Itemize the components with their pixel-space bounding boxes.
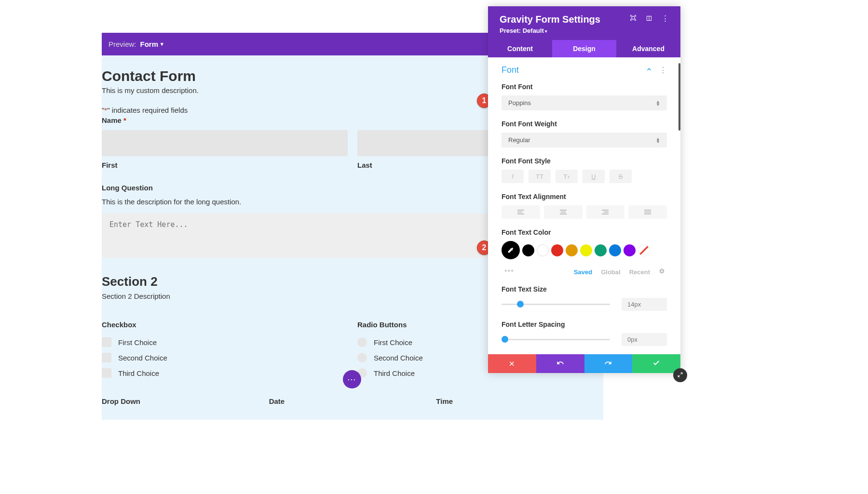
uppercase-button[interactable]: TT (529, 170, 551, 183)
undo-button[interactable] (536, 354, 584, 373)
preset-selector[interactable]: Preset: Default (500, 27, 600, 34)
align-right-icon (602, 210, 609, 214)
preview-label: Preview: (108, 40, 136, 48)
color-swatch-black[interactable] (522, 244, 534, 256)
text-alignment-label: Font Text Alignment (502, 193, 667, 200)
color-more-button[interactable]: ••• (502, 267, 514, 275)
slider-thumb[interactable] (517, 301, 524, 307)
select-arrows-icon: ▲▼ (656, 100, 660, 106)
underline-button[interactable]: U (583, 170, 605, 183)
close-icon: ✕ (509, 360, 515, 368)
color-picker-button[interactable] (502, 241, 520, 259)
focus-icon[interactable] (630, 14, 637, 23)
letter-spacing-slider[interactable] (502, 339, 610, 340)
color-tab-saved[interactable]: Saved (574, 268, 592, 276)
letter-spacing-value[interactable]: 0px (622, 333, 667, 346)
font-size-label: Font Text Size (502, 285, 667, 293)
align-left-icon (517, 210, 524, 214)
dropdown-label: Drop Down (102, 397, 269, 405)
panel-footer: ✕ (488, 354, 680, 373)
grid-icon[interactable] (646, 14, 652, 23)
color-swatch-yellow[interactable] (580, 244, 592, 256)
checkbox-label: Checkbox (102, 320, 348, 329)
font-weight-select[interactable]: Regular ▲▼ (502, 133, 667, 147)
italic-icon: I (512, 173, 514, 180)
scrollbar[interactable] (678, 63, 680, 131)
font-family-select[interactable]: Poppins ▲▼ (502, 95, 667, 110)
expand-icon (677, 371, 683, 380)
smallcaps-icon: TT (563, 173, 570, 180)
form-selector-dropdown[interactable]: Form (140, 40, 164, 48)
font-size-value[interactable]: 14px (622, 298, 667, 311)
underline-icon: U (591, 173, 596, 180)
font-font-label: Font Font (502, 83, 667, 91)
radio-circle-icon (357, 337, 367, 347)
ellipsis-icon: ⋯ (347, 374, 357, 385)
letter-spacing-label: Font Letter Spacing (502, 320, 667, 328)
chevron-up-icon (646, 66, 652, 75)
checkbox-box-icon (102, 337, 111, 347)
align-left-button[interactable] (502, 205, 540, 219)
checkbox-box-icon (102, 368, 111, 378)
italic-button[interactable]: I (502, 170, 524, 183)
more-options-fab[interactable]: ⋯ (343, 370, 361, 388)
align-center-button[interactable] (544, 205, 583, 219)
kebab-menu-icon[interactable]: ⋮ (662, 14, 669, 23)
color-swatch-none[interactable] (638, 244, 650, 256)
checkbox-item[interactable]: First Choice (102, 337, 348, 347)
strikethrough-icon: S (619, 173, 623, 180)
tab-content[interactable]: Content (488, 40, 552, 57)
color-tab-global[interactable]: Global (601, 268, 620, 276)
text-color-label: Font Text Color (502, 228, 667, 236)
first-name-label: First (102, 161, 348, 169)
uppercase-icon: TT (536, 173, 543, 180)
close-button[interactable]: ✕ (488, 354, 536, 373)
color-swatch-purple[interactable] (624, 244, 636, 256)
font-section-header[interactable]: Font ⋮ (488, 57, 680, 83)
color-swatch-orange[interactable] (566, 244, 578, 256)
color-swatch-teal[interactable] (595, 244, 607, 256)
slider-thumb[interactable] (502, 336, 508, 343)
checkbox-item[interactable]: Second Choice (102, 353, 348, 362)
font-size-slider[interactable] (502, 304, 610, 305)
font-section-title: Font (502, 65, 519, 75)
select-arrows-icon: ▲▼ (656, 137, 660, 143)
redo-button[interactable] (584, 354, 633, 373)
tab-advanced[interactable]: Advanced (616, 40, 680, 57)
gear-icon[interactable] (659, 268, 665, 276)
svg-rect-0 (632, 16, 635, 19)
color-tab-recent[interactable]: Recent (629, 268, 650, 276)
smallcaps-button[interactable]: TT (556, 170, 578, 183)
section-kebab-icon[interactable]: ⋮ (659, 66, 667, 75)
strikethrough-button[interactable]: S (610, 170, 632, 183)
save-button[interactable] (632, 354, 680, 373)
time-label: Time (436, 397, 603, 405)
color-swatch-blue[interactable] (609, 244, 621, 256)
undo-icon (556, 359, 564, 368)
panel-header: Gravity Form Settings Preset: Default ⋮ (488, 6, 680, 40)
redo-icon (604, 359, 612, 368)
panel-content: Font ⋮ Font Font Poppins ▲▼ Font Font We… (488, 57, 680, 354)
expand-fab[interactable] (673, 368, 687, 382)
font-weight-label: Font Font Weight (502, 120, 667, 128)
align-justify-button[interactable] (628, 205, 667, 219)
eyedropper-icon (507, 247, 514, 254)
align-right-button[interactable] (586, 205, 625, 219)
settings-panel: Gravity Form Settings Preset: Default ⋮ … (488, 6, 680, 373)
color-swatch-red[interactable] (551, 244, 563, 256)
tab-design[interactable]: Design (552, 40, 616, 57)
panel-title: Gravity Form Settings (500, 14, 600, 25)
checkbox-item[interactable]: Third Choice (102, 368, 348, 378)
color-swatch-white[interactable] (537, 244, 549, 256)
panel-tabs: Content Design Advanced (488, 40, 680, 57)
radio-circle-icon (357, 353, 367, 362)
checkbox-box-icon (102, 353, 111, 362)
first-name-input[interactable] (102, 130, 348, 156)
font-style-label: Font Font Style (502, 157, 667, 165)
date-label: Date (269, 397, 436, 405)
check-icon (652, 359, 660, 368)
align-center-icon (560, 210, 567, 214)
align-justify-icon (644, 210, 651, 214)
